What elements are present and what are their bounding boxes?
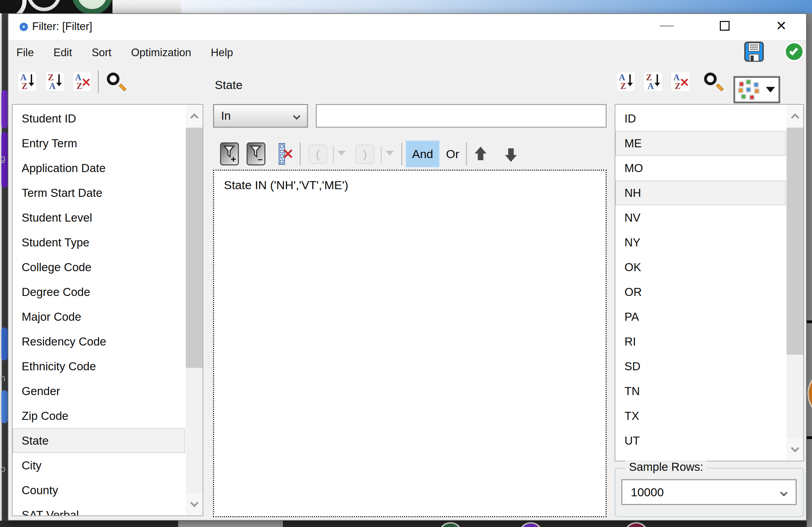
scroll-up-button[interactable]: [186, 105, 203, 127]
close-paren-button[interactable]: ): [356, 144, 374, 164]
filter-expression-area[interactable]: State IN ('NH','VT','ME'): [213, 170, 607, 517]
sort-asc-icon-z: Z: [22, 82, 28, 90]
field-list-item[interactable]: Ethnicity Code: [13, 354, 185, 379]
toolbar-separator: [466, 142, 467, 165]
field-list-item[interactable]: Application Date: [13, 156, 185, 180]
field-list-item[interactable]: Student Level: [13, 205, 185, 230]
menu-item[interactable]: Edit: [53, 46, 72, 59]
value-list-item[interactable]: NY: [615, 230, 786, 255]
titlebar[interactable]: + Filter: [Filter] ✕: [8, 14, 806, 40]
sort-ascending-button[interactable]: A Z: [17, 72, 37, 92]
maximize-button[interactable]: [709, 14, 740, 38]
field-list-item-label: Entry Term: [22, 137, 77, 150]
field-list-item[interactable]: SAT Verbal: [13, 503, 185, 516]
menu-item[interactable]: Optimization: [131, 46, 191, 59]
minimize-button[interactable]: [651, 14, 682, 38]
value-list-item[interactable]: ME: [615, 131, 786, 156]
sort-descending-button[interactable]: Z A: [45, 72, 65, 92]
move-down-button[interactable]: [505, 147, 517, 162]
scroll-up-button[interactable]: [787, 105, 803, 127]
condition-value-input[interactable]: [316, 104, 607, 128]
dropdown-arrow-icon[interactable]: [386, 151, 394, 156]
field-list-item[interactable]: County: [13, 478, 185, 503]
and-button[interactable]: And: [405, 140, 440, 168]
delete-condition-button[interactable]: ✕: [277, 143, 294, 165]
value-list-item-label: RI: [624, 335, 636, 348]
search-icon: [107, 73, 119, 85]
menu-item[interactable]: Sort: [92, 46, 111, 59]
scroll-down-button[interactable]: [186, 493, 203, 515]
close-icon: ✕: [776, 18, 787, 34]
up-arrow-icon: [475, 147, 487, 154]
scroll-down-button[interactable]: [787, 438, 803, 461]
or-button[interactable]: Or: [442, 140, 463, 168]
value-list-item[interactable]: OK: [615, 255, 786, 280]
background-circle-maroon: [625, 522, 648, 527]
field-list-item[interactable]: Entry Term: [13, 131, 185, 156]
down-arrow-stem: [508, 148, 514, 155]
menu-item[interactable]: Help: [211, 46, 233, 59]
field-list-item[interactable]: Major Code: [13, 304, 185, 329]
field-list-item[interactable]: Student Type: [13, 230, 185, 255]
search-icon-handle: [119, 84, 126, 91]
open-paren-button[interactable]: (: [308, 144, 327, 164]
sample-rows-select[interactable]: 10000: [621, 479, 797, 505]
chevron-down-icon: [791, 444, 799, 452]
chevron-up-icon: [190, 113, 198, 121]
value-list-item-label: MO: [624, 162, 643, 175]
dropdown-arrow-icon[interactable]: [337, 151, 346, 156]
field-list-item-label: Ethnicity Code: [22, 360, 96, 373]
value-list-item[interactable]: NV: [615, 205, 786, 230]
toolbar-separator: [300, 142, 301, 165]
value-list-item[interactable]: OR: [615, 280, 786, 304]
move-up-button[interactable]: [475, 147, 487, 162]
values-clear-sort-button[interactable]: A Z ✕: [671, 72, 690, 92]
field-list-item[interactable]: Residency Code: [13, 329, 185, 354]
value-list-item[interactable]: UT: [615, 428, 786, 453]
fields-scrollbar[interactable]: [186, 105, 203, 515]
value-list-item[interactable]: PA: [615, 304, 786, 329]
add-filter-button[interactable]: +: [220, 142, 239, 165]
scrollbar-thumb[interactable]: [787, 128, 803, 355]
screen: g n o + Filter: [Filter] ✕ FileEditSortO…: [0, 0, 812, 527]
apply-button[interactable]: [784, 42, 804, 61]
search-values-button[interactable]: [703, 73, 724, 93]
operator-value: In: [221, 109, 231, 123]
value-list-item[interactable]: MO: [615, 156, 786, 180]
field-list-item[interactable]: Student ID: [13, 106, 185, 131]
value-list-item[interactable]: TN: [615, 379, 786, 403]
background-blue-titlebar: [181, 0, 812, 13]
save-button[interactable]: [744, 41, 764, 62]
value-list-item[interactable]: NH: [615, 180, 786, 205]
window-title: Filter: [Filter]: [32, 20, 92, 33]
field-list-item[interactable]: College Code: [13, 255, 185, 280]
down-arrow-icon: [657, 74, 658, 86]
chevron-down-icon: [293, 112, 300, 120]
menu-item-label: Help: [211, 46, 233, 59]
value-list-item[interactable]: ID: [615, 106, 786, 131]
field-list-item[interactable]: City: [13, 453, 185, 478]
value-list-item[interactable]: TX: [615, 403, 786, 428]
scrollbar-thumb[interactable]: [186, 128, 203, 368]
field-list-item[interactable]: Term Start Date: [13, 180, 185, 205]
field-list-item[interactable]: Gender: [13, 379, 185, 403]
values-sort-ascending-button[interactable]: A Z: [616, 72, 636, 92]
operator-select[interactable]: In: [213, 104, 308, 128]
menu-item[interactable]: File: [16, 46, 34, 59]
red-x-icon: ✕: [282, 146, 294, 162]
field-list-item[interactable]: Degree Code: [13, 280, 185, 304]
clear-sort-button[interactable]: A Z ✕: [72, 72, 92, 92]
value-list-item[interactable]: SD: [615, 354, 786, 379]
value-view-mode-button[interactable]: [733, 76, 780, 103]
search-fields-button[interactable]: [106, 73, 126, 93]
value-list-item[interactable]: RI: [615, 329, 786, 354]
values-sort-descending-button[interactable]: Z A: [643, 72, 663, 92]
close-button[interactable]: ✕: [766, 14, 797, 38]
grid-icon: [738, 79, 760, 100]
values-scrollbar[interactable]: [787, 105, 803, 461]
field-list-item[interactable]: Zip Code: [13, 403, 185, 428]
field-list-item[interactable]: State: [13, 428, 185, 453]
remove-filter-button[interactable]: –: [247, 142, 265, 165]
value-list-item-label: TX: [624, 409, 639, 422]
value-list-item-label: TN: [624, 385, 640, 398]
